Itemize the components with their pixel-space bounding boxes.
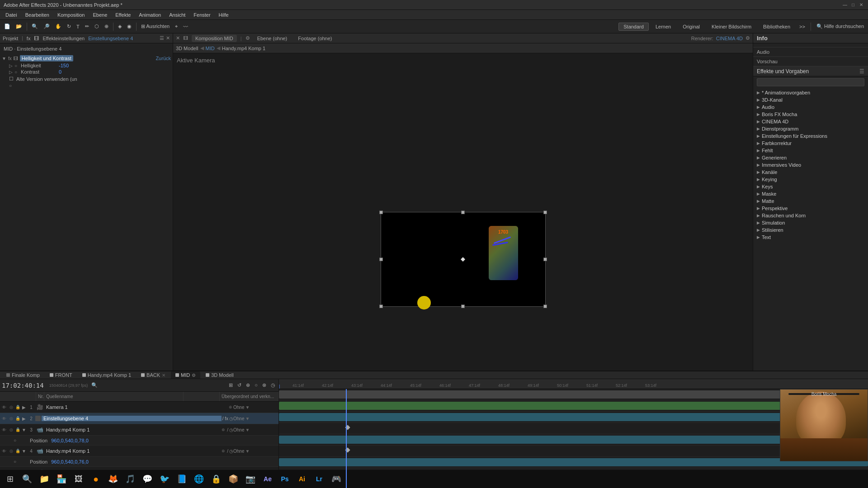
taskbar-messenger[interactable]: 💬	[139, 471, 156, 487]
handle-tm[interactable]	[461, 211, 465, 214]
comp-canvas[interactable]: 1703	[381, 212, 546, 307]
effect-controls-tab[interactable]: Effekteinstellungen	[42, 36, 85, 41]
menu-komposition[interactable]: Komposition	[54, 11, 89, 19]
workspace-original[interactable]: Original	[678, 23, 705, 31]
effects-search-input[interactable]	[757, 78, 864, 86]
layer-4-3d[interactable]: ⊕	[221, 448, 226, 454]
layer-1-parent-drop[interactable]: ▼	[245, 405, 250, 410]
open-btn[interactable]: 📂	[14, 23, 24, 30]
layer-1-vis[interactable]: 👁	[0, 405, 8, 410]
layer-4-lock[interactable]: 🔒	[14, 449, 21, 453]
layer-2-solo[interactable]: ◎	[8, 416, 14, 421]
puppet2-btn[interactable]: ◉	[125, 23, 134, 30]
layer-1-3d[interactable]: ⊕	[228, 404, 233, 410]
tab-finale-komp[interactable]: Finale Komp	[2, 371, 44, 379]
tab-settings-mid[interactable]: ⚙	[192, 373, 196, 378]
taskbar-package[interactable]: 📦	[225, 471, 241, 487]
zoom-btn[interactable]: 🔎	[41, 23, 52, 30]
panel-menu-btn[interactable]: ☰	[160, 35, 164, 41]
layer-3-vis[interactable]: 👁	[0, 427, 8, 432]
minimize-button[interactable]: —	[842, 2, 848, 8]
category-3dkanal[interactable]: ▶ 3D-Kanal	[753, 96, 868, 103]
category-stilisieren[interactable]: ▶ Stilisieren	[753, 226, 868, 234]
tab-back[interactable]: BACK ✕	[137, 371, 170, 379]
handle-bl[interactable]	[379, 305, 383, 308]
layer-tab[interactable]: Ebene (ohne)	[254, 35, 291, 42]
clone-btn[interactable]: ⊕	[102, 23, 111, 30]
category-generieren[interactable]: ▶ Generieren	[753, 154, 868, 161]
menu-bearbeiten[interactable]: Bearbeiten	[22, 11, 53, 19]
tl-search[interactable]: 🔍	[91, 382, 98, 388]
menu-ansicht[interactable]: Ansicht	[165, 11, 189, 19]
footage-close[interactable]: ✕	[176, 35, 180, 41]
handle-br[interactable]	[543, 305, 547, 308]
layer-1-name[interactable]: Kamera 1	[44, 404, 228, 410]
search-btn[interactable]: 🔍	[29, 23, 40, 30]
layer-3-3d[interactable]: ⊕	[221, 427, 226, 432]
maximize-button[interactable]: □	[850, 2, 856, 8]
taskbar-ps[interactable]: Ps	[277, 471, 293, 487]
effects-menu[interactable]: ☰	[859, 68, 864, 75]
layer-1-collapse[interactable]: ▶	[21, 405, 27, 410]
hand-btn[interactable]: ✋	[53, 23, 64, 30]
layer-name-tab[interactable]: Einstellungsebene 4	[88, 36, 133, 41]
category-simulation[interactable]: ▶ Simulation	[753, 219, 868, 226]
menu-effekte[interactable]: Effekte	[112, 11, 134, 19]
category-cinema4d[interactable]: ▶ CINEMA 4D	[753, 118, 868, 125]
layer-3-solo[interactable]: ◎	[8, 427, 14, 432]
category-audio[interactable]: ▶ Audio	[753, 103, 868, 111]
category-farbkorr[interactable]: ▶ Farbkorrektur	[753, 140, 868, 147]
taskbar-lock[interactable]: 🔒	[208, 471, 224, 487]
category-borisfx[interactable]: ▶ Boris FX Mocha	[753, 111, 868, 118]
menu-fenster[interactable]: Fenster	[190, 11, 214, 19]
workspace-small[interactable]: Kleiner Bildschirm	[707, 23, 756, 31]
search-help[interactable]: 🔍 Hilfe durchsuchen	[814, 23, 866, 30]
tl-tool-5[interactable]: ⊗	[261, 382, 268, 389]
category-perspektive[interactable]: ▶ Perspektive	[753, 205, 868, 212]
pen-btn[interactable]: ✏	[83, 23, 91, 30]
category-rauschen[interactable]: ▶ Rauschen und Korn	[753, 212, 868, 219]
workspace-standard[interactable]: Standard	[618, 23, 649, 31]
tl-tool-3[interactable]: ⊕	[245, 382, 251, 389]
rotate-btn[interactable]: ↻	[65, 23, 73, 30]
taskbar-browser[interactable]: 🌐	[191, 471, 207, 487]
category-animvorgaben[interactable]: ▶ * Animationsvorgaben	[753, 89, 868, 96]
text-btn[interactable]: T	[74, 23, 82, 30]
taskbar-ai[interactable]: Ai	[294, 471, 310, 487]
taskbar-start[interactable]: ⊞	[2, 471, 18, 487]
workspace-libraries[interactable]: Bibliotheken	[758, 23, 795, 31]
tab-3dmodell[interactable]: 3D Modell	[201, 371, 238, 379]
layer-3-name[interactable]: Handy.mp4 Komp 1	[44, 427, 221, 432]
category-keys[interactable]: ▶ Keys	[753, 183, 868, 190]
tab-mid[interactable]: MID ⚙	[171, 371, 200, 379]
footage-tab[interactable]: Footage (ohne)	[294, 35, 335, 42]
workspace-more[interactable]: >>	[797, 23, 807, 30]
category-maske[interactable]: ▶ Maske	[753, 190, 868, 197]
taskbar-photos[interactable]: 🖼	[71, 471, 87, 487]
category-fehlt[interactable]: ▶ Fehlt	[753, 147, 868, 154]
layer-1-solo[interactable]: ◎	[8, 405, 14, 409]
handle-ml[interactable]	[379, 258, 383, 261]
motion-btn[interactable]: 〰	[181, 23, 190, 30]
handle-mr[interactable]	[543, 258, 547, 261]
layer-2-name[interactable]: Einstellungsebene 4	[42, 416, 222, 421]
shape-btn[interactable]: ⬡	[92, 23, 101, 30]
puppet-btn[interactable]: ◈	[116, 23, 124, 30]
layer-2-vis[interactable]: 👁	[0, 416, 8, 421]
taskbar-lr[interactable]: Lr	[311, 471, 327, 487]
tab-close-back[interactable]: ✕	[162, 373, 165, 378]
tl-timecode[interactable]: 17:02:40:14	[2, 382, 44, 389]
breadcrumb-mid[interactable]: MID	[206, 46, 215, 51]
close-button[interactable]: ✕	[858, 2, 864, 8]
layer-1-lock[interactable]: 🔒	[14, 405, 21, 409]
layer-4-name[interactable]: Handy.mp4 Komp 1	[44, 448, 221, 454]
expand-arrow[interactable]: ▼	[2, 56, 6, 61]
taskbar-camera[interactable]: 📷	[242, 471, 259, 487]
renderer-value[interactable]: CINEMA 4D	[716, 36, 743, 41]
menu-datei[interactable]: Datei	[2, 11, 21, 19]
brightness-value[interactable]: -150	[59, 63, 69, 68]
workspace-lernen[interactable]: Lernen	[651, 23, 676, 31]
menu-hilfe[interactable]: Hilfe	[215, 11, 232, 19]
window-controls[interactable]: — □ ✕	[842, 2, 864, 8]
layer-4-collapse[interactable]: ▼	[21, 449, 27, 454]
